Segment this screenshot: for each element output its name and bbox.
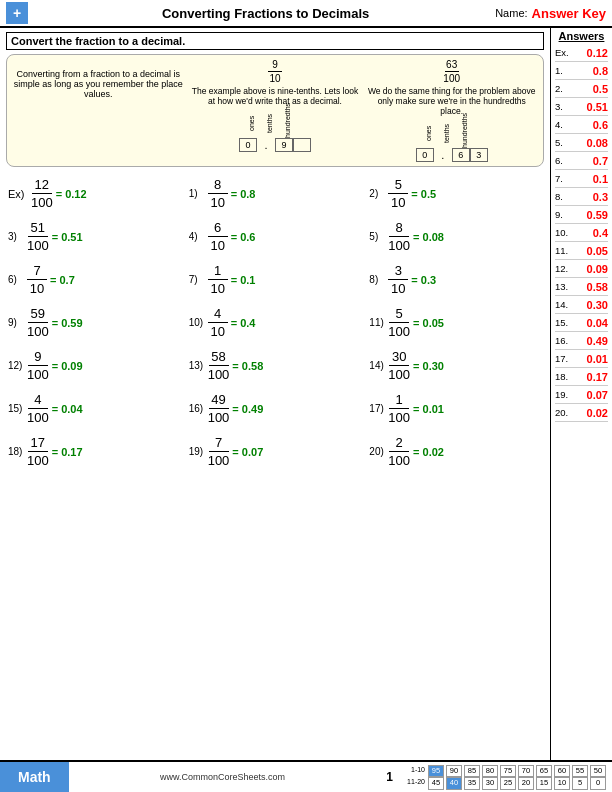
answer-label: 1. bbox=[555, 65, 575, 76]
problem-18: 18) 17 100 = 0.17 bbox=[6, 431, 183, 472]
denom-5: 100 bbox=[388, 237, 410, 253]
answer-value: 0.3 bbox=[593, 191, 608, 203]
answer-row-19: 19. 0.07 bbox=[555, 386, 608, 404]
answer-17: = 0.01 bbox=[413, 403, 444, 415]
answer-18: = 0.17 bbox=[52, 446, 83, 458]
answers-panel: Answers Ex. 0.12 1. 0.8 2. 0.5 3. 0.51 4… bbox=[550, 28, 612, 760]
fraction-17: 1 100 bbox=[388, 392, 410, 425]
answer-row-4: 4. 0.6 bbox=[555, 116, 608, 134]
answer-row-15: 15. 0.04 bbox=[555, 314, 608, 332]
problem-1: 1) 8 10 = 0.8 bbox=[187, 173, 364, 214]
denom-14: 100 bbox=[388, 366, 410, 382]
problem-num-4: 4) bbox=[189, 231, 205, 242]
answer-value: 0.04 bbox=[587, 317, 608, 329]
page-number: 1 bbox=[386, 770, 393, 784]
answer-row-10: 10. 0.4 bbox=[555, 224, 608, 242]
answer-9: = 0.59 bbox=[52, 317, 83, 329]
answer-label: 9. bbox=[555, 209, 575, 220]
problem-2: 2) 5 10 = 0.5 bbox=[367, 173, 544, 214]
example-fraction-2: 9 10 bbox=[190, 59, 361, 84]
score-cell: 0 bbox=[590, 777, 606, 790]
denom-7: 10 bbox=[208, 280, 228, 296]
denom-13: 100 bbox=[208, 366, 230, 382]
fraction-19: 7 100 bbox=[208, 435, 230, 468]
place-value-grid-3: ones tenths hundredths 0 . 6 3 bbox=[366, 118, 537, 162]
example-col-3: 63 100 We do the same thing for the prob… bbox=[366, 59, 537, 162]
answer-value: 0.05 bbox=[587, 245, 608, 257]
example-text-1: Converting from a fraction to a decimal … bbox=[14, 69, 183, 99]
answer-row-13: 13. 0.58 bbox=[555, 278, 608, 296]
page-header: + Converting Fractions to Decimals Name:… bbox=[0, 0, 612, 28]
problem-13: 13) 58 100 = 0.58 bbox=[187, 345, 364, 386]
fraction-6: 7 10 bbox=[27, 263, 47, 296]
denom-6: 10 bbox=[27, 280, 47, 296]
denom-18: 100 bbox=[27, 452, 49, 468]
score-cell: 85 bbox=[464, 765, 480, 778]
fraction-63-100: 63 100 bbox=[443, 59, 460, 84]
problem-num-17: 17) bbox=[369, 403, 385, 414]
fraction-9: 59 100 bbox=[27, 306, 49, 339]
fraction-9-10: 9 10 bbox=[268, 59, 282, 84]
fraction-14: 30 100 bbox=[388, 349, 410, 382]
score-cell: 5 bbox=[572, 777, 588, 790]
problem-9: 9) 59 100 = 0.59 bbox=[6, 302, 183, 343]
fraction-18: 17 100 bbox=[27, 435, 49, 468]
problem-num-10: 10) bbox=[189, 317, 205, 328]
answer-value: 0.59 bbox=[587, 209, 608, 221]
example-text-3: We do the same thing for the problem abo… bbox=[366, 86, 537, 116]
fraction-3: 51 100 bbox=[27, 220, 49, 253]
answer-row-1: 1. 0.8 bbox=[555, 62, 608, 80]
pv-val-hundredths-3: 3 bbox=[470, 148, 488, 162]
pv-tenths-2: tenths bbox=[266, 108, 284, 138]
answer-row-20: 20. 0.02 bbox=[555, 404, 608, 422]
answer-value: 0.1 bbox=[593, 173, 608, 185]
fraction-20: 2 100 bbox=[388, 435, 410, 468]
score-cell: 15 bbox=[536, 777, 552, 790]
math-label: Math bbox=[0, 762, 69, 792]
score-cell: 95 bbox=[428, 765, 444, 778]
answer-label: 10. bbox=[555, 227, 575, 238]
pv-headers-2: ones tenths hundredths bbox=[248, 108, 302, 138]
numer-18: 17 bbox=[28, 435, 48, 452]
answer-value: 0.09 bbox=[587, 263, 608, 275]
answer-row-6: 6. 0.7 bbox=[555, 152, 608, 170]
fraction-13: 58 100 bbox=[208, 349, 230, 382]
problem-12: 12) 9 100 = 0.09 bbox=[6, 345, 183, 386]
score-row-1: 11-20454035302520151050 bbox=[403, 777, 606, 790]
problem-Ex: Ex) 12 100 = 0.12 bbox=[6, 173, 183, 214]
problem-num-6: 6) bbox=[8, 274, 24, 285]
denom-20: 100 bbox=[388, 452, 410, 468]
problem-10: 10) 4 10 = 0.4 bbox=[187, 302, 364, 343]
answer-row-3: 3. 0.51 bbox=[555, 98, 608, 116]
denom-11: 100 bbox=[388, 323, 410, 339]
score-cell: 40 bbox=[446, 777, 462, 790]
denom-9: 100 bbox=[27, 323, 49, 339]
answer-4: = 0.6 bbox=[231, 231, 256, 243]
page-footer: Math www.CommonCoreSheets.com 1 1-109590… bbox=[0, 760, 612, 792]
answer-8: = 0.3 bbox=[411, 274, 436, 286]
numer-17: 1 bbox=[389, 392, 409, 409]
left-content: Convert the fraction to a decimal. Conve… bbox=[0, 28, 550, 760]
answer-key-label: Answer Key bbox=[532, 6, 606, 21]
score-cell: 35 bbox=[464, 777, 480, 790]
problem-num-7: 7) bbox=[189, 274, 205, 285]
answer-3: = 0.51 bbox=[52, 231, 83, 243]
score-cell: 90 bbox=[446, 765, 462, 778]
answer-value: 0.7 bbox=[593, 155, 608, 167]
numer-14: 30 bbox=[389, 349, 409, 366]
numer-7: 1 bbox=[208, 263, 228, 280]
problem-11: 11) 5 100 = 0.05 bbox=[367, 302, 544, 343]
pv-val-tenths-3: 6 bbox=[452, 148, 470, 162]
problem-17: 17) 1 100 = 0.01 bbox=[367, 388, 544, 429]
fraction-Ex: 12 100 bbox=[31, 177, 53, 210]
pv-values-2: 0 . 9 bbox=[239, 138, 311, 152]
answer-row-ex: Ex. 0.12 bbox=[555, 44, 608, 62]
problem-num-16: 16) bbox=[189, 403, 205, 414]
answer-12: = 0.09 bbox=[52, 360, 83, 372]
score-cell: 10 bbox=[554, 777, 570, 790]
numer-11: 5 bbox=[389, 306, 409, 323]
problem-15: 15) 4 100 = 0.04 bbox=[6, 388, 183, 429]
denom-Ex: 100 bbox=[31, 194, 53, 210]
problem-num-12: 12) bbox=[8, 360, 24, 371]
score-cell: 70 bbox=[518, 765, 534, 778]
